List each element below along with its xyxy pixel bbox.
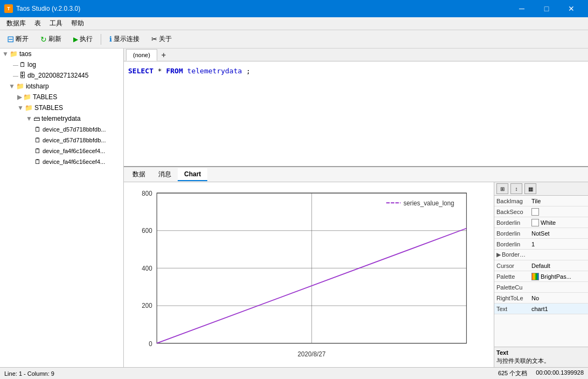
query-tab-none[interactable]: (none) <box>126 49 157 61</box>
chart-svg: 800 600 400 200 0 <box>128 187 489 363</box>
device-icon-4: 🗒 <box>34 158 41 166</box>
result-area: 数据 消息 Chart 800 <box>124 167 588 367</box>
menu-help[interactable]: 帮助 <box>67 18 88 30</box>
expand-icon-tables: ▶ <box>17 93 22 101</box>
stable-icon-telemetrydata: 🗃 <box>33 115 40 122</box>
prop-name-backseco: BackSeco <box>494 208 529 216</box>
expand-icon-stables: ▼ <box>17 104 24 112</box>
prop-name-palette: Palette <box>494 272 529 281</box>
title-text: Taos Studio (v.2.0.3.0) <box>16 5 80 12</box>
prop-value-backimag: Tile <box>529 197 588 205</box>
menu-database[interactable]: 数据库 <box>2 18 30 30</box>
svg-text:400: 400 <box>142 265 152 273</box>
prop-row-cursor[interactable]: Cursor Default <box>494 260 588 271</box>
tree-node-tables[interactable]: ▶ 📁 TABLES <box>0 92 123 102</box>
tree-node-telemetrydata[interactable]: ▼ 🗃 telemetrydata <box>0 113 123 124</box>
tree-label-device4: device_fa4f6c16ecef4... <box>43 159 105 165</box>
about-button[interactable]: ✂ 关于 <box>146 32 177 46</box>
db-icon: 🗄 <box>19 72 26 79</box>
prop-name-text: Text <box>494 305 529 313</box>
tab-messages[interactable]: 消息 <box>152 168 178 182</box>
sql-semicolon: ; <box>246 67 250 75</box>
sql-from-keyword: FROM <box>166 67 183 75</box>
main-content: ▼ 📁 taos — 🗒 log — 🗄 db_20200827132445 <box>0 49 588 367</box>
prop-desc-title: Text <box>496 349 586 356</box>
title-bar: T Taos Studio (v.2.0.3.0) ─ □ ✕ <box>0 0 588 17</box>
title-bar-left: T Taos Studio (v.2.0.3.0) <box>4 4 80 13</box>
prop-row-text[interactable]: Text chart1 <box>494 304 588 314</box>
prop-row-righttole[interactable]: RightToLe No <box>494 293 588 304</box>
expand-icon-taos: ▼ <box>2 50 9 58</box>
prop-grid-button[interactable]: ⊞ <box>496 183 508 194</box>
svg-text:600: 600 <box>142 226 152 235</box>
properties-panel: ⊞ ↕ ▦ BackImag Tile BackSeco <box>494 182 588 367</box>
device-icon-2: 🗒 <box>34 136 41 144</box>
sidebar: ▼ 📁 taos — 🗒 log — 🗄 db_20200827132445 <box>0 49 124 367</box>
refresh-button[interactable]: ↻ 刷新 <box>36 32 66 46</box>
prop-row-borderlin3[interactable]: Borderlin 1 <box>494 239 588 250</box>
prop-list-button[interactable]: ▦ <box>524 183 536 194</box>
prop-row-borderski[interactable]: ▶BorderSki <box>494 250 588 260</box>
menu-tools[interactable]: 工具 <box>45 18 67 30</box>
menu-bar: 数据库 表 工具 帮助 <box>0 17 588 30</box>
tree-node-device2[interactable]: 🗒 device_d57d718bbfdb... <box>0 135 123 146</box>
prop-desc-text: 与控件关联的文本。 <box>496 357 586 365</box>
palette-text: BrightPas... <box>541 273 571 280</box>
show-connect-button[interactable]: ℹ 显示连接 <box>104 32 144 46</box>
minimize-button[interactable]: ─ <box>509 0 534 17</box>
prop-row-borderlin2[interactable]: Borderlin NotSet <box>494 228 588 239</box>
prop-value-palette: BrightPas... <box>529 272 588 281</box>
prop-value-cursor: Default <box>529 261 588 270</box>
execute-button[interactable]: ▶ 执行 <box>68 32 97 46</box>
prop-row-borderlin1[interactable]: Borderlin White <box>494 217 588 228</box>
chart-properties-area: 800 600 400 200 0 <box>124 182 588 367</box>
prop-row-palette[interactable]: Palette BrightPas... <box>494 271 588 282</box>
prop-row-backseco[interactable]: BackSeco <box>494 206 588 217</box>
disconnect-button[interactable]: ⊟ 断开 <box>2 32 33 46</box>
tree-label-device2: device_d57d718bbfdb... <box>43 137 106 143</box>
status-position: Line: 1 - Column: 9 <box>4 370 54 377</box>
prop-sort-button[interactable]: ↕ <box>510 183 522 194</box>
expand-icon-iotsharp: ▼ <box>9 82 15 90</box>
tree-node-stables[interactable]: ▼ 📁 STABLES <box>0 102 123 113</box>
svg-text:200: 200 <box>142 302 152 310</box>
tree-node-taos[interactable]: ▼ 📁 taos <box>0 49 123 59</box>
device-icon-3: 🗒 <box>34 147 41 155</box>
device-icon-1: 🗒 <box>34 126 41 133</box>
menu-table[interactable]: 表 <box>30 18 45 30</box>
tree-node-device3[interactable]: 🗒 device_fa4f6c16ecef4... <box>0 146 123 156</box>
close-button[interactable]: ✕ <box>559 0 584 17</box>
prop-name-cursor: Cursor <box>494 261 529 270</box>
disconnect-icon: ⊟ <box>7 34 14 44</box>
folder-icon-tables: 📁 <box>23 93 31 101</box>
section-arrow-icon: ▶ <box>496 251 501 258</box>
query-editor[interactable]: SELECT * FROM telemetrydata ; <box>124 61 588 166</box>
tree-node-device1[interactable]: 🗒 device_d57d718bbfdb... <box>0 124 123 135</box>
prop-value-text: chart1 <box>529 305 588 313</box>
leaf-icon-db: — <box>13 73 18 79</box>
right-panel: (none) + SELECT * FROM telemetrydata ; 数… <box>124 49 588 367</box>
prop-row-palettecu[interactable]: PaletteCu <box>494 282 588 293</box>
tree-label-stables: STABLES <box>34 104 63 112</box>
tree-node-log[interactable]: — 🗒 log <box>0 59 123 70</box>
tree-node-iotsharp[interactable]: ▼ 📁 iotsharp <box>0 81 123 92</box>
sql-star: * <box>158 67 166 75</box>
tab-data[interactable]: 数据 <box>126 168 152 182</box>
about-icon: ✂ <box>151 35 157 43</box>
tree-label-db: db_20200827132445 <box>27 72 88 79</box>
table-icon-log: 🗒 <box>19 61 26 68</box>
tree-label-taos: taos <box>19 50 32 58</box>
borderlin1-color-box <box>531 219 539 226</box>
tree-node-db[interactable]: — 🗄 db_20200827132445 <box>0 70 123 81</box>
maximize-button[interactable]: □ <box>534 0 559 17</box>
prop-name-palettecu: PaletteCu <box>494 283 529 292</box>
backseco-color-box <box>531 208 539 216</box>
toolbar: ⊟ 断开 ↻ 刷新 ▶ 执行 ℹ 显示连接 ✂ 关于 <box>0 30 588 49</box>
tree-node-device4[interactable]: 🗒 device_fa4f6c16ecef4... <box>0 156 123 167</box>
prop-row-backimag[interactable]: BackImag Tile <box>494 196 588 206</box>
add-tab-button[interactable]: + <box>157 50 170 60</box>
sql-select-keyword: SELECT <box>128 67 153 75</box>
prop-value-righttole: No <box>529 294 588 302</box>
leaf-icon-log: — <box>13 62 18 68</box>
tab-chart[interactable]: Chart <box>178 168 207 181</box>
